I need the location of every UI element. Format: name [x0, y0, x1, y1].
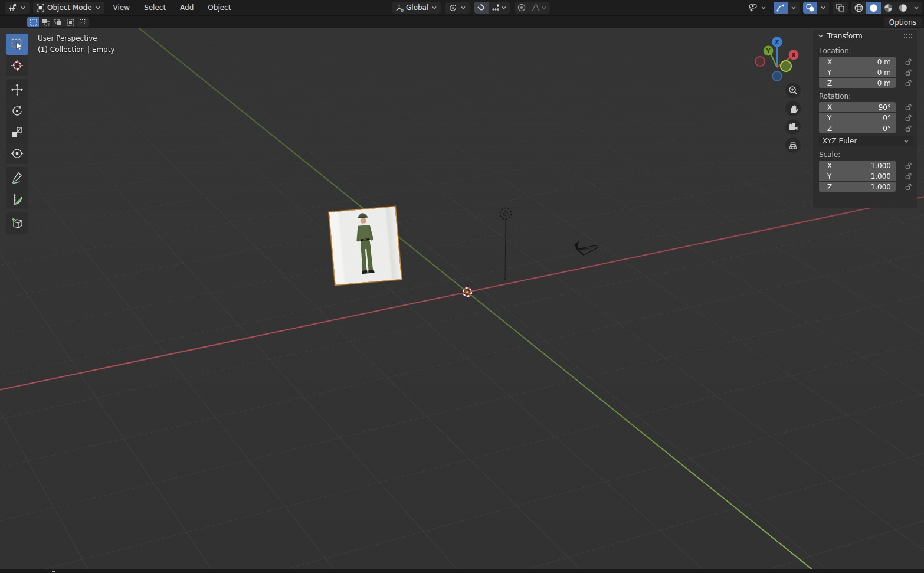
location-z-field[interactable]: Z 0 m	[819, 78, 896, 88]
proportional-falloff-dropdown[interactable]	[529, 2, 550, 14]
location-y-field[interactable]: Y 0 m	[819, 67, 896, 77]
gizmo-dropdown[interactable]	[788, 2, 800, 14]
object-mode-label: Object Mode	[47, 4, 92, 12]
scale-tool[interactable]	[6, 122, 28, 143]
rotation-z-field[interactable]: Z 0°	[819, 123, 896, 133]
gizmo-neg-x-ball[interactable]	[755, 57, 765, 66]
select-mode-set[interactable]	[27, 17, 39, 27]
select-subtract-icon	[54, 19, 62, 26]
lock-open-icon[interactable]	[905, 79, 912, 87]
select-mode-subtract[interactable]	[52, 17, 64, 27]
panel-grip-handle[interactable]	[903, 34, 913, 38]
scale-x-field[interactable]: X 1.000	[819, 161, 896, 171]
lock-open-icon[interactable]	[905, 125, 912, 132]
point-light-object[interactable]	[493, 205, 519, 285]
object-mode-dropdown[interactable]: Object Mode	[33, 2, 104, 14]
move-tool[interactable]	[6, 79, 28, 100]
transform-orientation-icon	[395, 4, 404, 12]
select-mode-invert[interactable]	[64, 17, 76, 27]
reference-image-empty[interactable]	[329, 206, 402, 285]
wireframe-shading-button[interactable]	[851, 2, 866, 14]
move-tool-icon	[11, 83, 24, 96]
gizmo-neg-y-ball[interactable]	[781, 61, 791, 71]
transform-tool[interactable]	[6, 143, 28, 164]
rotation-x-field[interactable]: X 90°	[819, 102, 896, 112]
select-mode-intersect[interactable]	[77, 17, 89, 27]
show-object-types-dropdown[interactable]	[745, 2, 770, 14]
shading-dropdown[interactable]	[910, 2, 922, 14]
show-gizmo-toggle[interactable]	[774, 2, 788, 14]
menu-view[interactable]: View	[108, 2, 135, 14]
snapping-group	[474, 2, 510, 14]
viewport-3d[interactable]: User Perspective (1) Collection | Empty	[0, 28, 924, 569]
solid-shading-button[interactable]	[866, 2, 881, 14]
lock-open-icon[interactable]	[905, 172, 912, 180]
show-overlays-toggle[interactable]	[803, 2, 817, 14]
rotation-y-field[interactable]: Y 0°	[819, 113, 896, 123]
toggle-ortho-button[interactable]	[785, 137, 801, 153]
transform-panel-header[interactable]: Transform	[813, 30, 917, 42]
axis-label: Y	[819, 114, 840, 122]
menu-object[interactable]: Object	[202, 2, 236, 14]
panel-collapse-chevron-icon[interactable]	[817, 32, 824, 40]
3d-cursor[interactable]	[458, 283, 476, 301]
rotation-label: Rotation:	[819, 92, 917, 100]
location-x-field[interactable]: X 0 m	[819, 57, 896, 67]
scale-tool-icon	[11, 126, 24, 139]
transform-tool-icon	[11, 147, 24, 160]
lock-open-icon[interactable]	[905, 114, 912, 122]
material-preview-shading-icon	[883, 3, 893, 13]
scale-x-value: 1.000	[840, 162, 896, 170]
select-mode-extend[interactable]	[40, 17, 51, 27]
snap-toggle-button[interactable]	[474, 2, 489, 14]
snap-target-dropdown[interactable]	[489, 2, 510, 14]
rotation-mode-dropdown[interactable]: XYZ Euler	[819, 136, 913, 146]
axis-label: Y	[819, 172, 840, 181]
pan-button[interactable]	[785, 101, 801, 116]
overlays-dropdown[interactable]	[817, 2, 829, 14]
rotate-tool-icon	[11, 104, 24, 117]
zoom-button[interactable]	[785, 83, 801, 98]
gizmo-z-axis-ball[interactable]: Z	[772, 37, 782, 47]
rotation-y-value: 0°	[840, 114, 896, 122]
material-preview-shading-button[interactable]	[881, 2, 896, 14]
annotate-tool[interactable]	[6, 167, 28, 188]
options-button[interactable]: Options	[884, 17, 922, 27]
rendered-shading-button[interactable]	[896, 2, 910, 14]
camera-view-button[interactable]	[785, 119, 801, 135]
gizmo-y-label: Y	[765, 48, 771, 54]
transform-orientation-dropdown[interactable]: Global	[392, 2, 441, 14]
proportional-editing-toggle[interactable]	[515, 2, 529, 14]
gizmo-x-axis-ball[interactable]: X	[789, 50, 799, 60]
navigation-gizmo[interactable]: Z Y X	[750, 31, 804, 85]
select-extend-icon	[42, 19, 50, 26]
select-mode-group	[27, 17, 89, 27]
scale-y-field[interactable]: Y 1.000	[819, 171, 896, 181]
lock-open-icon[interactable]	[905, 183, 912, 191]
camera-object[interactable]	[566, 238, 602, 263]
select-box-tool[interactable]	[6, 34, 28, 55]
lock-open-icon[interactable]	[905, 103, 912, 111]
gizmo-y-axis-ball[interactable]: Y	[764, 46, 774, 56]
editor-type-button[interactable]	[5, 2, 30, 14]
lock-open-icon[interactable]	[905, 68, 912, 76]
toggle-xray-button[interactable]	[833, 2, 848, 14]
cursor-tool[interactable]	[6, 55, 28, 76]
menu-add[interactable]: Add	[175, 2, 199, 14]
menu-select[interactable]: Select	[139, 2, 171, 14]
lock-open-icon[interactable]	[905, 162, 912, 169]
chevron-down-icon	[790, 4, 797, 11]
pivot-point-dropdown[interactable]	[445, 2, 470, 14]
scale-fields: X 1.000 Y 1.000	[819, 161, 917, 192]
rotate-tool[interactable]	[6, 100, 28, 122]
chevron-down-icon	[540, 4, 548, 11]
pan-hand-icon	[788, 104, 798, 114]
scale-z-field[interactable]: Z 1.000	[819, 182, 896, 192]
gizmo-neg-z-ball[interactable]	[772, 71, 782, 81]
measure-tool[interactable]	[6, 188, 28, 209]
rendered-shading-icon	[898, 3, 908, 13]
add-cube-tool[interactable]	[6, 212, 28, 234]
lock-open-icon[interactable]	[905, 58, 912, 66]
location-label: Location:	[819, 47, 917, 55]
location-x-value: 0 m	[840, 58, 896, 66]
